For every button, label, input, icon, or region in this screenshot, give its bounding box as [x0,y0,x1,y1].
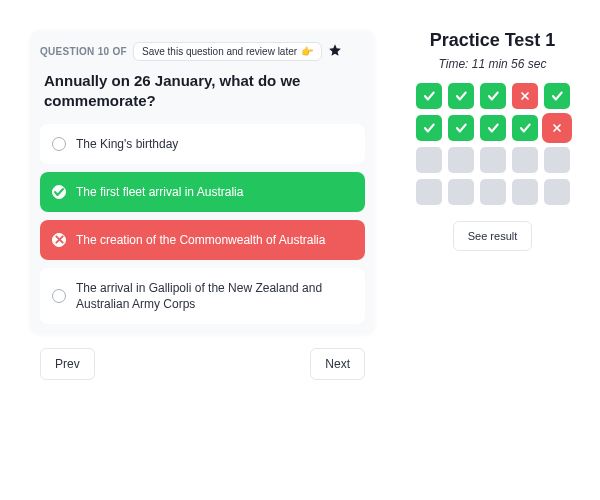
progress-cell[interactable] [480,147,506,173]
progress-cell[interactable] [544,179,570,205]
radio-icon [52,137,66,151]
progress-cell[interactable] [416,179,442,205]
option-label: The first fleet arrival in Australia [76,184,243,200]
question-panel: QUESTION 10 OF Save this question and re… [30,30,375,480]
progress-grid [416,83,570,205]
x-icon [52,233,66,247]
progress-cell[interactable] [512,179,538,205]
question-text: Annually on 26 January, what do we comme… [40,71,365,112]
progress-cell[interactable] [544,147,570,173]
question-indicator: QUESTION 10 OF [40,46,127,57]
progress-cell[interactable] [480,115,506,141]
prev-button[interactable]: Prev [40,348,95,380]
options-list: The King's birthdayThe first fleet arriv… [40,124,365,325]
progress-cell[interactable] [416,83,442,109]
check-icon [52,185,66,199]
nav-row: Prev Next [30,348,375,380]
option-label: The King's birthday [76,136,178,152]
progress-panel: Practice Test 1 Time: 11 min 56 sec See … [405,30,580,480]
save-question-pill[interactable]: Save this question and review later 👉 [133,42,322,61]
progress-cell[interactable] [480,83,506,109]
progress-cell[interactable] [448,147,474,173]
answer-option[interactable]: The creation of the Commonwealth of Aust… [40,220,365,260]
progress-cell[interactable] [512,115,538,141]
progress-cell[interactable] [512,147,538,173]
progress-cell[interactable] [448,179,474,205]
star-icon[interactable] [328,43,342,61]
radio-icon [52,289,66,303]
see-result-button[interactable]: See result [453,221,533,251]
progress-cell[interactable] [512,83,538,109]
option-label: The arrival in Gallipoli of the New Zeal… [76,280,353,312]
question-card: QUESTION 10 OF Save this question and re… [30,30,375,334]
progress-cell[interactable] [448,83,474,109]
answer-option[interactable]: The King's birthday [40,124,365,164]
time-label: Time: 11 min 56 sec [439,57,547,71]
progress-cell[interactable] [448,115,474,141]
progress-cell[interactable] [544,115,570,141]
pointing-hand-icon: 👉 [301,46,313,57]
question-header: QUESTION 10 OF Save this question and re… [40,42,365,61]
save-question-label: Save this question and review later [142,46,297,57]
practice-title: Practice Test 1 [430,30,556,51]
next-button[interactable]: Next [310,348,365,380]
progress-cell[interactable] [544,83,570,109]
answer-option[interactable]: The first fleet arrival in Australia [40,172,365,212]
progress-cell[interactable] [416,147,442,173]
progress-cell[interactable] [480,179,506,205]
progress-cell[interactable] [416,115,442,141]
answer-option[interactable]: The arrival in Gallipoli of the New Zeal… [40,268,365,324]
option-label: The creation of the Commonwealth of Aust… [76,232,325,248]
